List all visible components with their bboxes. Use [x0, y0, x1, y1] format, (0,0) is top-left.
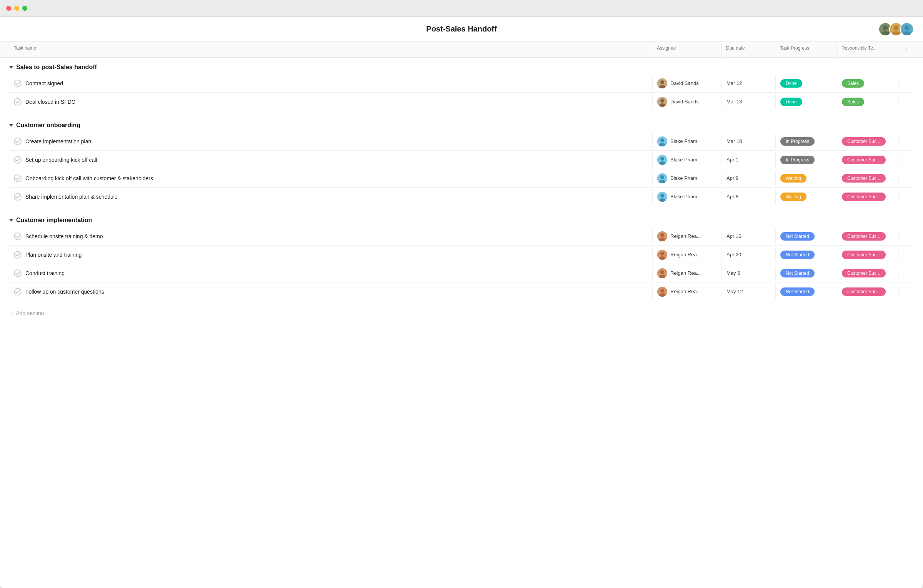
responsible-team-cell[interactable]: Customer Suc...	[837, 134, 898, 149]
responsible-badge[interactable]: Customer Suc...	[842, 193, 886, 201]
task-name-cell: Follow up on customer questions	[9, 284, 652, 299]
table-row: Set up onboarding kick off call Blake Ph…	[9, 150, 914, 169]
task-name-text: Share implementation plan & schedule	[25, 194, 118, 200]
progress-cell[interactable]: Not Started	[775, 247, 837, 262]
progress-badge[interactable]: Waiting	[780, 193, 806, 201]
section-header-2[interactable]: Customer implementation	[9, 211, 914, 227]
due-date-cell: Apr 1	[721, 154, 775, 166]
responsible-badge[interactable]: Customer Suc...	[842, 156, 886, 164]
assignee-name: David Sands	[670, 80, 699, 86]
assignee-cell[interactable]: Reigan Rea...	[652, 247, 721, 263]
section-header-1[interactable]: Customer onboarding	[9, 116, 914, 132]
assignee-cell[interactable]: David Sands	[652, 75, 721, 91]
table-header: Task name Assignee Due date Task Progres…	[0, 42, 923, 58]
task-complete-checkbox[interactable]	[14, 174, 22, 182]
progress-badge[interactable]: Waiting	[780, 174, 806, 183]
progress-badge[interactable]: Not Started	[780, 232, 815, 241]
row-options	[898, 233, 914, 239]
svg-point-10	[660, 80, 664, 84]
responsible-team-cell[interactable]: Customer Suc...	[837, 153, 898, 167]
progress-badge[interactable]: Done	[780, 98, 802, 106]
responsible-team-cell[interactable]: Customer Suc...	[837, 247, 898, 262]
assignee-cell[interactable]: David Sands	[652, 94, 721, 110]
svg-point-28	[660, 233, 664, 237]
progress-cell[interactable]: Not Started	[775, 229, 837, 244]
titlebar	[0, 0, 923, 17]
maximize-button[interactable]	[22, 6, 27, 11]
col-task-progress: Task Progress	[775, 42, 837, 57]
progress-cell[interactable]: In Progress	[775, 134, 837, 149]
responsible-team-cell[interactable]: Customer Suc...	[837, 229, 898, 244]
progress-badge[interactable]: In Progress	[780, 137, 815, 146]
responsible-team-cell[interactable]: Customer Suc...	[837, 284, 898, 299]
progress-cell[interactable]: Waiting	[775, 189, 837, 204]
svg-point-7	[905, 25, 909, 30]
task-name-text: Deal closed in SFDC	[25, 99, 75, 105]
progress-cell[interactable]: Not Started	[775, 266, 837, 281]
assignee-cell[interactable]: Blake Pham	[652, 152, 721, 168]
responsible-badge[interactable]: Customer Suc...	[842, 251, 886, 259]
task-complete-checkbox[interactable]	[14, 98, 22, 106]
close-button[interactable]	[6, 6, 11, 11]
assignee-avatar	[657, 192, 667, 202]
svg-point-31	[660, 252, 664, 256]
task-complete-checkbox[interactable]	[14, 193, 22, 201]
table-row: Follow up on customer questions Reigan R…	[9, 282, 914, 301]
assignee-cell[interactable]: Blake Pham	[652, 133, 721, 149]
add-section-button[interactable]: + Add section	[9, 304, 914, 323]
page-title: Post-Sales Handoff	[426, 25, 496, 33]
responsible-team-cell[interactable]: Customer Suc...	[837, 171, 898, 186]
svg-point-37	[660, 289, 664, 292]
task-name-text: Conduct training	[25, 270, 65, 276]
task-complete-checkbox[interactable]	[14, 251, 22, 259]
progress-badge[interactable]: Not Started	[780, 287, 815, 296]
progress-cell[interactable]: Done	[775, 95, 837, 109]
task-complete-checkbox[interactable]	[14, 269, 22, 277]
section-header-0[interactable]: Sales to post-Sales handoff	[9, 58, 914, 74]
progress-badge[interactable]: Not Started	[780, 251, 815, 259]
responsible-badge[interactable]: Customer Suc...	[842, 269, 886, 277]
responsible-team-cell[interactable]: Sales	[837, 95, 898, 109]
assignee-name: Reigan Rea...	[670, 289, 701, 294]
assignee-name: Blake Pham	[670, 138, 697, 144]
content-area: Sales to post-Sales handoff Contract sig…	[0, 58, 923, 323]
assignee-name: Blake Pham	[670, 157, 697, 163]
progress-cell[interactable]: In Progress	[775, 153, 837, 167]
responsible-badge[interactable]: Customer Suc...	[842, 287, 886, 296]
row-options	[898, 157, 914, 163]
assignee-avatar	[657, 287, 667, 297]
assignee-name: Blake Pham	[670, 194, 697, 199]
task-complete-checkbox[interactable]	[14, 288, 22, 296]
responsible-badge[interactable]: Sales	[842, 98, 864, 106]
assignee-cell[interactable]: Blake Pham	[652, 170, 721, 186]
responsible-team-cell[interactable]: Sales	[837, 76, 898, 91]
task-complete-checkbox[interactable]	[14, 156, 22, 164]
responsible-badge[interactable]: Customer Suc...	[842, 174, 886, 183]
row-options	[898, 138, 914, 145]
progress-badge[interactable]: Not Started	[780, 269, 815, 277]
task-complete-checkbox[interactable]	[14, 138, 22, 145]
responsible-badge[interactable]: Customer Suc...	[842, 232, 886, 241]
table-row: Conduct training Reigan Rea... May 6 Not…	[9, 264, 914, 282]
svg-point-22	[660, 175, 664, 179]
responsible-team-cell[interactable]: Customer Suc...	[837, 266, 898, 281]
progress-badge[interactable]: In Progress	[780, 156, 815, 164]
add-column-button[interactable]: +	[898, 42, 914, 57]
minimize-button[interactable]	[14, 6, 19, 11]
responsible-team-cell[interactable]: Customer Suc...	[837, 189, 898, 204]
responsible-badge[interactable]: Sales	[842, 79, 864, 88]
assignee-cell[interactable]: Blake Pham	[652, 189, 721, 205]
responsible-badge[interactable]: Customer Suc...	[842, 137, 886, 146]
progress-cell[interactable]: Waiting	[775, 171, 837, 186]
task-complete-checkbox[interactable]	[14, 233, 22, 240]
assignee-cell[interactable]: Reigan Rea...	[652, 228, 721, 244]
progress-cell[interactable]: Done	[775, 76, 837, 91]
task-complete-checkbox[interactable]	[14, 80, 22, 87]
section-2: Customer implementation Schedule onsite …	[9, 211, 914, 301]
avatar-3[interactable]	[900, 22, 914, 36]
progress-badge[interactable]: Done	[780, 79, 802, 88]
assignee-cell[interactable]: Reigan Rea...	[652, 284, 721, 300]
progress-cell[interactable]: Not Started	[775, 284, 837, 299]
assignee-avatar	[657, 136, 667, 146]
assignee-cell[interactable]: Reigan Rea...	[652, 265, 721, 281]
